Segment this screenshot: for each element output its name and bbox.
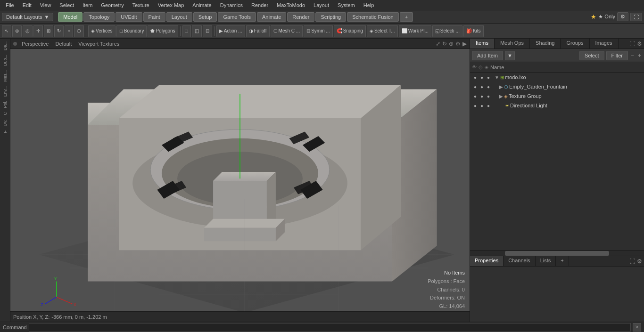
tool-item-transform[interactable]: ⊞ <box>44 25 53 37</box>
eye-light[interactable]: ● <box>472 103 479 108</box>
lock-garden[interactable]: ● <box>485 84 492 89</box>
tool-extra-2[interactable]: ◫ <box>192 25 202 37</box>
tool-extra-3[interactable]: ⊡ <box>203 25 212 37</box>
menu-item[interactable]: Item <box>79 1 96 9</box>
items-tree[interactable]: ● ● ● ▼ ⊞ modo.lxo ● ● ● ▶ ⬡ Empty_Garde… <box>470 73 644 250</box>
tool-extra-1[interactable]: □ <box>182 25 191 37</box>
star-button[interactable]: ★ <box>591 13 596 20</box>
tool-move[interactable]: ✛ <box>33 25 43 37</box>
add-item-button[interactable]: Add Item <box>472 51 503 60</box>
command-input[interactable] <box>29 323 631 332</box>
tree-arrow-garden[interactable]: ▶ <box>499 84 503 89</box>
viewport-icon-move[interactable]: ⤢ <box>436 40 440 47</box>
left-item-uv[interactable]: UV. <box>2 118 8 128</box>
tool-kits[interactable]: 🎒 Kits <box>463 25 484 37</box>
right-tab-images[interactable]: Images <box>590 39 619 49</box>
tree-arrow-root[interactable]: ▼ <box>495 75 499 80</box>
tree-row-garden[interactable]: ● ● ● ▶ ⬡ Empty_Garden_Fountain <box>470 82 644 91</box>
right-tab-mesh-ops[interactable]: Mesh Ops <box>495 39 530 49</box>
layout-tab-schematic[interactable]: Schematic Fusion <box>347 12 398 22</box>
filter-button[interactable]: Filter <box>606 51 628 60</box>
menu-view[interactable]: View <box>36 1 55 9</box>
tool-circle[interactable]: ○ <box>65 25 73 37</box>
render-texture[interactable]: ● <box>479 94 485 99</box>
layout-tab-game-tools[interactable]: Game Tools <box>218 12 256 22</box>
items-scrollbar[interactable] <box>470 250 644 256</box>
layout-settings-btn[interactable]: ⚙ <box>617 12 628 21</box>
tool-boundary[interactable]: ◻ Boundary <box>116 25 147 37</box>
eye-garden[interactable]: ● <box>472 84 479 89</box>
tool-work-pl[interactable]: ⬜ Work Pl... <box>399 25 431 37</box>
tool-selecti[interactable]: ◱ Selecti ... <box>432 25 462 37</box>
lock-light[interactable]: ● <box>485 103 492 108</box>
viewport[interactable]: Perspective Default Viewport Textures ⤢ … <box>10 39 470 322</box>
menu-animate[interactable]: Animate <box>189 1 215 9</box>
add-item-arrow[interactable]: ▼ <box>505 51 515 60</box>
items-minus-icon[interactable]: − <box>630 51 635 60</box>
left-item-mes[interactable]: Mes... <box>2 68 8 84</box>
right-settings-icon[interactable]: ⚙ <box>637 40 642 47</box>
tree-row-texture[interactable]: ● ● ● ▶ ◈ Texture Group <box>470 91 644 101</box>
layout-tab-render[interactable]: Render <box>287 12 314 22</box>
viewport-icon-more[interactable]: ▶ <box>462 40 467 47</box>
tool-snapping[interactable]: 🧲 Snapping <box>334 25 366 37</box>
tree-row-light[interactable]: ● ● ● ☀ Directional Light <box>470 101 644 110</box>
layout-tab-setup[interactable]: Setup <box>193 12 217 22</box>
viewport-mode[interactable]: Perspective <box>20 40 50 48</box>
menu-system[interactable]: System <box>334 1 359 9</box>
tool-polygons[interactable]: ⬟ Polygons <box>148 25 178 37</box>
right-expand-icon[interactable]: ⛶ <box>629 40 635 47</box>
bottom-tab-channels[interactable]: Channels <box>504 256 535 266</box>
layout-tab-plus[interactable]: + <box>400 12 413 22</box>
right-tab-groups[interactable]: Groups <box>561 39 589 49</box>
render-light[interactable]: ● <box>479 103 485 108</box>
layout-fullscreen-btn[interactable]: ⛶ <box>630 13 642 21</box>
left-item-de[interactable]: De... <box>2 40 8 52</box>
left-item-c[interactable]: C <box>2 110 8 117</box>
menu-help[interactable]: Help <box>360 1 378 9</box>
layout-tab-animate[interactable]: Animate <box>257 12 286 22</box>
tool-select[interactable]: ↖ <box>2 25 11 37</box>
layout-tab-paint[interactable]: Paint <box>143 12 165 22</box>
tool-shield[interactable]: ⬡ <box>74 25 84 37</box>
eye-texture[interactable]: ● <box>472 94 479 99</box>
bottom-expand-icon[interactable]: ⛶ <box>629 258 635 265</box>
right-tab-items[interactable]: Items <box>470 39 495 49</box>
bottom-tab-properties[interactable]: Properties <box>470 256 504 266</box>
lock-texture[interactable]: ● <box>485 94 492 99</box>
menu-edit[interactable]: Edit <box>19 1 35 9</box>
tool-globe[interactable]: ⊕ <box>12 25 22 37</box>
viewport-icon-rotate[interactable]: ↻ <box>442 40 447 47</box>
bottom-tab-plus[interactable]: + <box>556 256 569 266</box>
right-tab-shading[interactable]: Shading <box>530 39 561 49</box>
layout-tab-model[interactable]: Model <box>58 12 83 22</box>
tool-rotate[interactable]: ↻ <box>54 25 64 37</box>
tree-row-root[interactable]: ● ● ● ▼ ⊞ modo.lxo <box>470 73 644 82</box>
menu-maxtomodo[interactable]: MaxToModo <box>273 1 309 9</box>
render-garden[interactable]: ● <box>479 84 485 89</box>
left-item-dup[interactable]: Dup... <box>2 53 8 68</box>
items-plus-icon[interactable]: + <box>637 51 642 60</box>
left-item-pol[interactable]: Pol. <box>2 99 8 110</box>
tool-symm[interactable]: ⊟ Symm ... <box>304 25 332 37</box>
menu-select[interactable]: Select <box>56 1 78 9</box>
tool-lasso[interactable]: ◎ <box>23 25 33 37</box>
layout-tab-uvedit[interactable]: UVEdit <box>116 12 142 22</box>
scrollbar-thumb[interactable] <box>505 251 609 256</box>
tool-vertices[interactable]: ◈ Vertices <box>88 25 116 37</box>
viewport-texture[interactable]: Viewport Textures <box>76 40 121 48</box>
select-button[interactable]: Select <box>579 51 604 60</box>
left-item-f[interactable]: F <box>2 129 8 135</box>
layout-tab-layout[interactable]: Layout <box>166 12 192 22</box>
bottom-tab-lists[interactable]: Lists <box>536 256 556 266</box>
tool-select-t[interactable]: ◈ Select T... <box>367 25 398 37</box>
menu-file[interactable]: File <box>2 1 18 9</box>
viewport-icon-zoom[interactable]: ⊕ <box>449 40 454 47</box>
layout-preset-dropdown[interactable]: Default Layouts ▼ <box>2 13 53 21</box>
render-root[interactable]: ● <box>479 75 485 80</box>
eye-root[interactable]: ● <box>472 75 479 80</box>
menu-vertex-map[interactable]: Vertex Map <box>154 1 188 9</box>
menu-render[interactable]: Render <box>248 1 272 9</box>
lock-root[interactable]: ● <box>485 75 492 80</box>
menu-layout[interactable]: Layout <box>310 1 333 9</box>
